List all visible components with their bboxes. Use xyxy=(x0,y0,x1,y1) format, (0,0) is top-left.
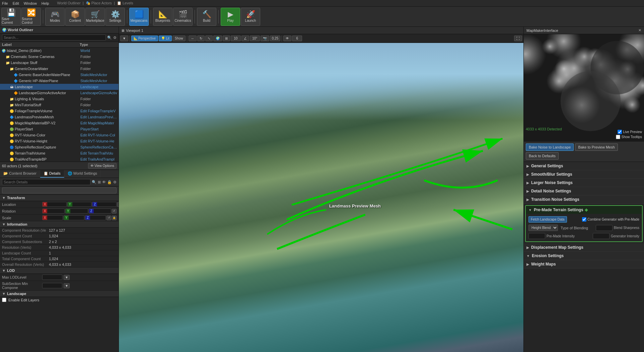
outliner-list-item[interactable]: 🟢 PlayerStart PlayerStart xyxy=(0,126,119,132)
move-btn[interactable]: ↔ xyxy=(189,36,197,41)
details-lock-icon[interactable]: 🔒 xyxy=(107,180,112,184)
source-control-button[interactable]: 🔀 Source Control xyxy=(21,8,41,26)
content-button[interactable]: 📦 Content xyxy=(65,8,85,26)
scale-btn2[interactable]: ⤡ xyxy=(205,36,213,41)
detail-settings-header[interactable]: ▶ Detail Noise Settings xyxy=(524,187,644,195)
premade-settings-header[interactable]: ▼ Pre-Made Terrain Settings ◈ xyxy=(526,206,642,214)
view-options-button[interactable]: 👁 View Options xyxy=(88,163,117,169)
camera-btn[interactable]: 📷 xyxy=(261,36,269,41)
subsection-input[interactable]: 0.65 xyxy=(42,283,62,288)
premade-intensity-input[interactable]: 1.00 xyxy=(528,233,545,239)
show-btn[interactable]: Show xyxy=(172,36,186,41)
back-defaults-btn[interactable]: Back to Defaults xyxy=(526,152,559,160)
outliner-list-item[interactable]: 📁 Cinematic Scene Cameras Folder xyxy=(0,54,119,60)
loc-y-input[interactable]: -216700.0 xyxy=(72,202,92,207)
marketplace-button[interactable]: 🛒 Marketplace xyxy=(85,8,105,26)
rotate-btn[interactable]: ↻ xyxy=(197,36,205,41)
details-search-input[interactable] xyxy=(2,179,90,185)
outliner-list-item[interactable]: 🔷 LandmassPreviewMesh Edit LandmassPrevi… xyxy=(0,114,119,120)
scale-x-input[interactable]: 107.5 xyxy=(47,216,62,220)
weight-maps-header[interactable]: ▶ Weight Maps xyxy=(524,260,644,268)
outliner-list-item[interactable]: 🟡 RVT-Volume-Color Edit RVT-Volume-Col xyxy=(0,132,119,138)
outliner-list-item[interactable]: 🔷 Generic BaseUnderWaterPlane StaticMesh… xyxy=(0,72,119,78)
scale-y-input[interactable]: 107.5 xyxy=(69,216,84,220)
scale-z-input[interactable]: 100.0 xyxy=(90,216,105,220)
outliner-list-item[interactable]: 🟡 TrailAndTrampleBP Edit TrailsAndTrampl xyxy=(0,156,119,162)
displacement-settings-header[interactable]: ▶ Displacement Map Settings xyxy=(524,243,644,251)
details-grid-icon[interactable]: ⊞ xyxy=(98,180,101,184)
rot-y-input[interactable]: 0.0° xyxy=(70,209,85,213)
menu-window[interactable]: Window xyxy=(24,1,37,5)
outliner-list-item[interactable]: 🏔 Landscape Landscape xyxy=(0,84,119,90)
menu-edit[interactable]: Edit xyxy=(13,1,19,5)
details-eye-icon[interactable]: 👁 xyxy=(102,180,106,184)
transition-settings-header[interactable]: ▶ Transition Noise Settings xyxy=(524,195,644,203)
blend-type-select[interactable]: Height Blend xyxy=(528,225,558,231)
perspective-btn[interactable]: 📐 Perspective xyxy=(131,36,158,41)
tab-content-browser[interactable]: 📂 Content Browser xyxy=(0,170,40,178)
modes-button[interactable]: 🎮 Modes xyxy=(45,8,65,26)
outliner-list-item[interactable]: 📁 GenericOceanWater Folder xyxy=(0,66,119,72)
live-preview-checkbox[interactable] xyxy=(618,130,622,134)
show-tooltips-checkbox[interactable] xyxy=(616,135,620,139)
max-lod-arrow-btn[interactable]: ▼ xyxy=(64,275,70,280)
blend-sharpness-input[interactable]: 0.50 xyxy=(596,225,613,231)
outliner-list-item[interactable]: 🔶 LandscapeGizmoActiveActor LandscapeGiz… xyxy=(0,90,119,96)
tab-world-settings[interactable]: 🌐 World Settings xyxy=(64,170,101,178)
outliner-list-item[interactable]: 🟡 TerrainTrailVolume Edit TerrainTrailVo… xyxy=(0,150,119,156)
blueprints-button[interactable]: 📐 Blueprints xyxy=(153,8,172,26)
information-section-header[interactable]: ▼ Information xyxy=(0,221,119,228)
loc-x-input[interactable]: -216700.0 xyxy=(47,202,67,207)
outliner-list-item[interactable]: 🔷 Generic HP-WaterPlane StaticMeshActor xyxy=(0,78,119,84)
settings-small-icon[interactable]: ⚙ xyxy=(113,36,117,40)
save-button[interactable]: 💾 Save Current xyxy=(1,8,21,26)
outliner-list-item[interactable]: 📁 MiniTutorialStuff Folder xyxy=(0,102,119,108)
enable-edit-layers-checkbox[interactable] xyxy=(2,298,6,302)
viewport-content[interactable]: Landmass Preview Mesh xyxy=(119,43,523,352)
loc-z-input[interactable]: 100.0 xyxy=(97,202,114,207)
bake-noise-btn[interactable]: Bake Noise to Landscape xyxy=(526,143,574,151)
actor-name-input[interactable]: Landscape xyxy=(2,187,117,193)
search-input[interactable] xyxy=(2,35,106,41)
grid-btn[interactable]: ⊞ xyxy=(223,36,230,41)
world-btn[interactable]: 🌍 xyxy=(213,36,222,41)
outliner-list-item[interactable]: 🟡 MagicMapMaterialBP-V2 Edit MagicMapMat… xyxy=(0,120,119,126)
angle-btn[interactable]: ∠ xyxy=(241,36,249,41)
outliner-list-item[interactable]: 🟡 RVT-Volume-Height Edit RVT-Volume-He xyxy=(0,138,119,144)
loc-reset-btn[interactable]: ↺ xyxy=(117,202,119,207)
subsection-arrow-btn[interactable]: ▼ xyxy=(64,283,70,288)
menu-file[interactable]: File xyxy=(2,1,8,5)
launch-button[interactable]: 🚀 Launch xyxy=(241,8,260,26)
details-settings-icon[interactable]: ⚙ xyxy=(113,180,117,184)
play-button[interactable]: ▶ Play xyxy=(221,8,240,26)
build-button[interactable]: 🔨 Build xyxy=(197,8,216,26)
combine-checkbox[interactable] xyxy=(582,217,586,222)
outliner-list-item[interactable]: 🔵 SphereReflectionCapture SphereReflecti… xyxy=(0,144,119,150)
megascans-button[interactable]: 🟦 Megascans xyxy=(129,8,149,26)
rot-z-input[interactable]: 0.0° xyxy=(94,209,109,213)
outliner-list-item[interactable]: 📁 Landscape Stuff Folder xyxy=(0,60,119,66)
generator-intensity-input[interactable]: 0.00 xyxy=(593,233,610,239)
max-lod-input[interactable]: -1 xyxy=(42,275,62,280)
tab-details[interactable]: 📋 Details xyxy=(40,170,64,178)
general-settings-header[interactable]: ▶ General Settings xyxy=(524,162,644,170)
settings-button[interactable]: ⚙️ Settings xyxy=(105,8,125,26)
cinematics-button[interactable]: 🎬 Cinematics xyxy=(173,8,193,26)
rot-x-input[interactable]: 0.0° xyxy=(47,209,62,213)
menu-help[interactable]: Help xyxy=(42,1,49,5)
scale-lock-btn[interactable]: 🔒 xyxy=(112,216,117,220)
lod-section-header[interactable]: ▼ LOD xyxy=(0,268,119,274)
lit-btn[interactable]: 💡 Lit xyxy=(159,36,172,41)
bake-preview-btn[interactable]: Bake to Preview Mesh xyxy=(575,143,618,151)
smooth-settings-header[interactable]: ▶ Smooth/Blur Settings xyxy=(524,170,644,178)
right-panel-close-icon[interactable]: ✕ xyxy=(638,28,641,33)
fov-btn[interactable]: 👁 xyxy=(283,36,291,41)
landscape-section-header[interactable]: ▼ Landscape xyxy=(0,291,119,297)
outliner-list-item[interactable]: 🟡 FoliageTrampleVolume Edit FoliageTramp… xyxy=(0,108,119,114)
transform-section-header[interactable]: ▼ Transform xyxy=(0,195,119,201)
outliner-list-item[interactable]: 📁 Lighting & Visuals Folder xyxy=(0,96,119,102)
scale-reset-btn[interactable]: ↺ xyxy=(106,216,111,220)
outliner-list-item[interactable]: 🌍 Island_Demo (Editor) World xyxy=(0,48,119,54)
erosion-settings-header[interactable]: ▼ Erosion Settings xyxy=(524,252,644,260)
maximize-btn[interactable]: ⛶ xyxy=(514,36,522,41)
